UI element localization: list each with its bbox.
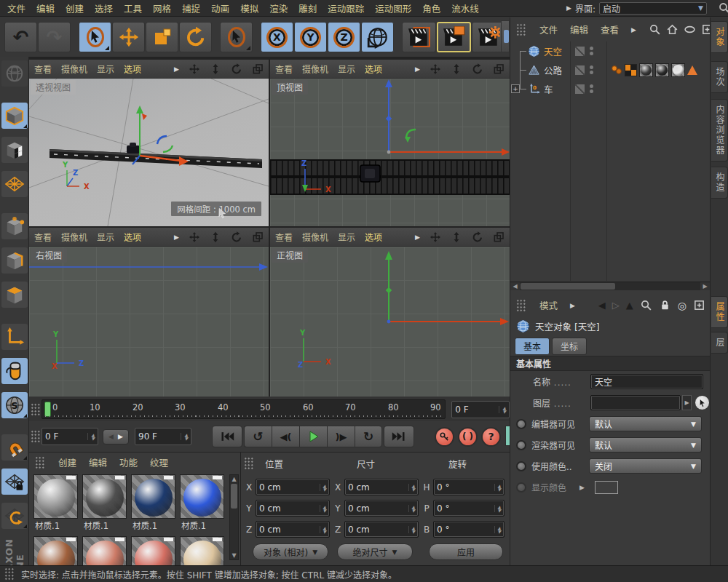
move-tool-button[interactable]: [112, 22, 145, 52]
stepper-icon[interactable]: ▲▼: [408, 526, 415, 533]
pos-y-field[interactable]: 0 cm▲▼: [256, 500, 330, 517]
vp-menu-view[interactable]: 查看: [34, 231, 52, 243]
last-used-tool-button[interactable]: [220, 22, 253, 52]
visibility-dots[interactable]: [590, 64, 593, 76]
panel-grip[interactable]: [31, 403, 40, 416]
vp-menu-options[interactable]: 选项: [124, 231, 141, 243]
previous-frame-button[interactable]: ◀(: [272, 426, 299, 447]
menu-simulate[interactable]: 模拟: [240, 1, 258, 15]
panel-grip[interactable]: [35, 456, 44, 469]
search-icon[interactable]: [649, 23, 661, 36]
toolbar-overflow-button[interactable]: [501, 20, 510, 52]
material-item[interactable]: [33, 536, 78, 565]
vp-menu-camera[interactable]: 摄像机: [302, 63, 328, 75]
pan-view-icon[interactable]: [430, 63, 441, 75]
viewport-top[interactable]: 查看 摄像机 显示 选项 ▶: [270, 60, 510, 226]
goto-start-button[interactable]: [212, 426, 242, 447]
tab-layers[interactable]: 层: [711, 332, 728, 354]
material-item[interactable]: 材质.1: [82, 474, 127, 532]
rotate-view-icon[interactable]: [472, 231, 483, 243]
selection-tag-icon[interactable]: [687, 65, 697, 75]
goto-end-button[interactable]: [384, 426, 414, 447]
pan-view-icon[interactable]: [189, 63, 200, 75]
tab-coordinates[interactable]: 坐标: [552, 338, 587, 355]
viewport-perspective-canvas[interactable]: Y Z X 透视视图 网格间距 : 1000 cm: [29, 79, 269, 226]
visibility-dots[interactable]: [590, 45, 593, 57]
tab-structure[interactable]: 构造: [711, 167, 728, 199]
layer-field[interactable]: [590, 395, 681, 410]
stepper-icon[interactable]: ▲▼: [408, 505, 415, 512]
stepper-icon[interactable]: ▲▼: [494, 505, 501, 512]
rotate-view-icon[interactable]: [231, 63, 242, 75]
animation-dot[interactable]: [516, 419, 526, 429]
vp-menu-display[interactable]: 显示: [97, 231, 114, 243]
object-name[interactable]: 天空: [544, 44, 562, 58]
material-tag-icon[interactable]: [655, 63, 669, 77]
menu-character[interactable]: 角色: [422, 1, 440, 15]
panel-grip[interactable]: [516, 23, 526, 36]
live-selection-tool-button[interactable]: [79, 22, 111, 52]
tab-takes[interactable]: 场次: [711, 61, 728, 93]
tab-attributes[interactable]: 属性: [711, 296, 728, 328]
vp-menu-options[interactable]: 选项: [365, 231, 382, 243]
scroll-left-icon[interactable]: ◀: [510, 282, 520, 290]
om-menu-file[interactable]: 文件: [539, 23, 558, 36]
next-frame-button[interactable]: )▶: [327, 426, 355, 447]
section-basic-properties[interactable]: 基本属性: [510, 356, 710, 371]
menu-pipeline[interactable]: 流水线: [451, 1, 479, 15]
menu-animate[interactable]: 动画: [211, 1, 229, 15]
viewport-solo-button[interactable]: [1, 358, 28, 384]
editor-visibility-toggle[interactable]: [574, 65, 585, 76]
viewport-top-canvas[interactable]: Z X 顶视图: [270, 79, 510, 226]
mat-menu-function[interactable]: 功能: [119, 455, 138, 469]
am-menu-mode[interactable]: 模式: [539, 298, 558, 312]
lock-y-axis-button[interactable]: Y: [294, 22, 327, 52]
path-icon[interactable]: [684, 23, 696, 36]
rotate-tool-button[interactable]: [179, 22, 212, 52]
stepper-icon[interactable]: ▲▼: [494, 484, 501, 491]
stepper-icon[interactable]: ▲▼: [408, 484, 415, 491]
history-back-icon[interactable]: ◀: [598, 300, 606, 311]
size-y-field[interactable]: 0 cm▲▼: [344, 500, 419, 517]
stepper-icon[interactable]: ▲▼: [494, 526, 501, 533]
object-row-car[interactable]: + 车: [510, 79, 710, 98]
viewport-right-canvas[interactable]: Y Z X 右视图: [29, 247, 269, 396]
scroll-thumb[interactable]: [231, 484, 237, 509]
enable-axis-button[interactable]: [1, 324, 28, 350]
expand-icon[interactable]: +: [511, 84, 520, 93]
viewport-front-canvas[interactable]: Y Z X 正视图: [270, 247, 510, 396]
lock-icon[interactable]: [659, 299, 671, 311]
mat-menu-texture[interactable]: 纹理: [150, 455, 168, 469]
new-panel-icon[interactable]: [693, 299, 705, 311]
om-menu-edit[interactable]: 编辑: [570, 23, 588, 36]
menu-create[interactable]: 创建: [66, 1, 84, 15]
menu-select[interactable]: 选择: [95, 1, 113, 15]
history-forward-icon[interactable]: ▷: [612, 300, 620, 311]
menu-mesh[interactable]: 网格: [153, 1, 171, 15]
rot-b-field[interactable]: 0 °▲▼: [433, 521, 505, 538]
material-item[interactable]: 材质.1: [180, 474, 224, 532]
material-item[interactable]: [180, 536, 224, 565]
pos-x-field[interactable]: 0 cm▲▼: [256, 479, 330, 495]
menu-snap[interactable]: 捕捉: [182, 1, 200, 15]
size-z-field[interactable]: 0 cm▲▼: [344, 521, 419, 538]
panel-grip[interactable]: [516, 299, 526, 312]
pan-view-icon[interactable]: [189, 231, 200, 243]
viewport-right[interactable]: 查看 摄像机 显示 选项 ▶ Y Z X 右视: [29, 228, 269, 396]
next-key-button[interactable]: ↻: [355, 426, 382, 447]
search-icon[interactable]: [640, 299, 652, 311]
menu-tools[interactable]: 工具: [124, 1, 142, 15]
keyframe-options-button[interactable]: ?: [481, 427, 501, 447]
object-row-road[interactable]: 公路: [510, 60, 710, 79]
edges-mode-button[interactable]: [1, 247, 28, 274]
zoom-view-icon[interactable]: [451, 231, 462, 243]
tab-basic[interactable]: 基本: [515, 338, 550, 355]
autokey-button[interactable]: ( ): [458, 427, 478, 447]
stepper-icon[interactable]: ▲▼: [320, 505, 326, 512]
lock-workplane-button[interactable]: [1, 469, 28, 495]
vp-menu-display[interactable]: 显示: [338, 231, 355, 243]
zoom-view-icon[interactable]: [210, 63, 221, 75]
stepper-icon[interactable]: ▲▼: [181, 433, 188, 440]
size-x-field[interactable]: 0 cm▲▼: [344, 479, 419, 495]
home-icon[interactable]: [666, 23, 678, 36]
